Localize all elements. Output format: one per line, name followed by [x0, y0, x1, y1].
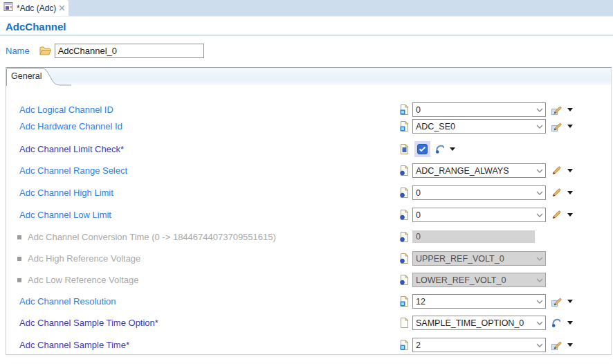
folder-icon	[39, 46, 51, 55]
edit-blue-icon[interactable]	[551, 296, 562, 307]
editor-tabbar: *Adc (Adc)	[0, 0, 613, 17]
document-dot-icon	[400, 165, 409, 176]
value-combobox[interactable]: ADC_RANGE_ALWAYS	[412, 163, 546, 178]
value-combobox[interactable]: 2	[412, 338, 546, 352]
property-label[interactable]: Adc Channel Sample Time Option*	[19, 316, 158, 330]
disabled-bullet-icon	[17, 257, 21, 261]
dropdown-arrow[interactable]	[567, 300, 573, 303]
dropdown-arrow[interactable]	[567, 343, 573, 347]
reset-icon[interactable]	[551, 318, 562, 328]
dropdown-arrow[interactable]	[567, 321, 573, 325]
dropdown-arrow[interactable]	[450, 147, 455, 151]
form-row: Adc Channel Limit Check*	[6, 142, 611, 156]
property-label[interactable]: Adc Channel Sample Time*	[19, 338, 129, 352]
name-row: Name	[6, 43, 204, 58]
dropdown-arrow[interactable]	[567, 125, 573, 128]
property-label[interactable]: Adc Hardware Channel Id	[19, 119, 122, 134]
document-dot-icon	[400, 253, 409, 264]
chevron-down-icon	[534, 300, 545, 304]
form-row: Adc Channel Range Select ADC_RANGE_ALWAY…	[6, 163, 611, 178]
general-form: Adc Logical Channel ID 0 Adc Hardware Ch	[6, 68, 611, 354]
property-label-disabled: Adc Low Reference Voltage	[17, 273, 138, 287]
name-input[interactable]	[55, 44, 204, 58]
editor-tab-title: *Adc (Adc)	[17, 3, 56, 13]
value-combobox-disabled: LOWER_REF_VOLT_0	[412, 273, 546, 287]
document-number-icon	[400, 121, 409, 131]
form-row: Adc Channel Sample Time Option* SAMPLE_T…	[6, 316, 611, 330]
form-row: Adc Channel Resolution 12	[6, 294, 611, 309]
form-row: Adc Channel Sample Time* 2	[6, 338, 611, 352]
property-label[interactable]: Adc Channel Resolution	[19, 294, 116, 309]
pencil-icon[interactable]	[551, 188, 562, 198]
combo-value: ADC_RANGE_ALWAYS	[413, 166, 534, 176]
document-number-icon	[400, 104, 409, 115]
chevron-down-icon	[534, 278, 545, 282]
combo-value: UPPER_REF_VOLT_0	[413, 254, 534, 264]
edit-blue-icon[interactable]	[551, 104, 562, 115]
document-check-icon	[400, 144, 409, 154]
value-combobox[interactable]: SAMPLE_TIME_OPTION_0	[412, 316, 546, 330]
edit-blue-icon[interactable]	[551, 121, 562, 131]
property-label[interactable]: Adc Channel Low Limit	[19, 208, 111, 222]
limit-check-checkbox[interactable]	[414, 141, 430, 157]
checkbox-checked	[417, 144, 428, 154]
editor-tab-adc[interactable]: *Adc (Adc)	[0, 0, 68, 16]
pencil-icon[interactable]	[551, 165, 562, 176]
disabled-bullet-icon	[17, 235, 21, 239]
value-field-disabled: 0	[412, 230, 535, 243]
value-combobox[interactable]: 0	[412, 208, 546, 222]
combo-value: 2	[413, 340, 534, 350]
chevron-down-icon	[534, 321, 545, 325]
form-row: Adc Channel Low Limit 0	[6, 208, 611, 222]
form-row: Adc Low Reference Voltage LOWER_REF_VOLT…	[6, 273, 611, 287]
chevron-down-icon	[534, 169, 545, 173]
combo-value: 12	[413, 297, 534, 307]
name-label[interactable]: Name	[6, 46, 30, 56]
field-value: 0	[413, 232, 421, 242]
form-row: Adc High Reference Voltage UPPER_REF_VOL…	[6, 251, 611, 266]
document-dot-icon	[400, 188, 409, 198]
editor-icon	[3, 1, 14, 15]
form-row: Adc Channel Conversion Time (0 -> 184467…	[6, 230, 611, 244]
dropdown-arrow[interactable]	[567, 191, 573, 194]
disabled-bullet-icon	[17, 278, 21, 282]
form-row: Adc Logical Channel ID 0	[6, 102, 611, 117]
dropdown-arrow[interactable]	[567, 169, 573, 172]
pencil-icon[interactable]	[551, 210, 562, 220]
chevron-down-icon	[534, 125, 545, 129]
combo-value: 0	[413, 188, 534, 198]
dropdown-arrow[interactable]	[567, 108, 573, 111]
dropdown-arrow[interactable]	[567, 213, 573, 217]
reset-icon[interactable]	[435, 144, 446, 154]
value-combobox[interactable]: 0	[412, 102, 546, 117]
adc-config-editor: *Adc (Adc) AdcChannel Name Genera	[0, 0, 613, 364]
document-number-icon	[400, 296, 409, 307]
edit-blue-icon[interactable]	[551, 340, 562, 350]
chevron-down-icon	[534, 257, 545, 261]
value-combobox[interactable]: ADC_SE0	[412, 119, 546, 134]
document-number-icon	[400, 340, 409, 350]
page-title: AdcChannel	[6, 21, 66, 33]
combo-value: 0	[413, 210, 534, 220]
value-combobox-disabled: UPPER_REF_VOLT_0	[412, 251, 546, 266]
general-group: General Adc Logical Channel ID 0	[6, 67, 612, 355]
combo-value: ADC_SE0	[413, 122, 534, 131]
property-label-disabled: Adc High Reference Voltage	[17, 251, 140, 266]
chevron-down-icon	[534, 213, 545, 217]
value-combobox[interactable]: 12	[412, 294, 546, 309]
value-combobox[interactable]: 0	[412, 185, 546, 200]
document-dot-icon	[400, 210, 409, 220]
document-dot-icon	[400, 275, 409, 285]
form-row: Adc Channel High Limit 0	[6, 185, 611, 200]
property-label[interactable]: Adc Channel Range Select	[19, 163, 127, 178]
property-label[interactable]: Adc Logical Channel ID	[19, 102, 113, 117]
combo-value: LOWER_REF_VOLT_0	[413, 275, 534, 285]
title-separator	[0, 35, 613, 36]
combo-value: SAMPLE_TIME_OPTION_0	[413, 318, 534, 328]
chevron-down-icon	[534, 108, 545, 112]
chevron-down-icon	[534, 343, 545, 347]
property-label[interactable]: Adc Channel Limit Check*	[19, 142, 124, 156]
close-icon[interactable]	[59, 4, 65, 12]
document-plain-icon	[400, 318, 409, 328]
property-label[interactable]: Adc Channel High Limit	[19, 185, 113, 200]
